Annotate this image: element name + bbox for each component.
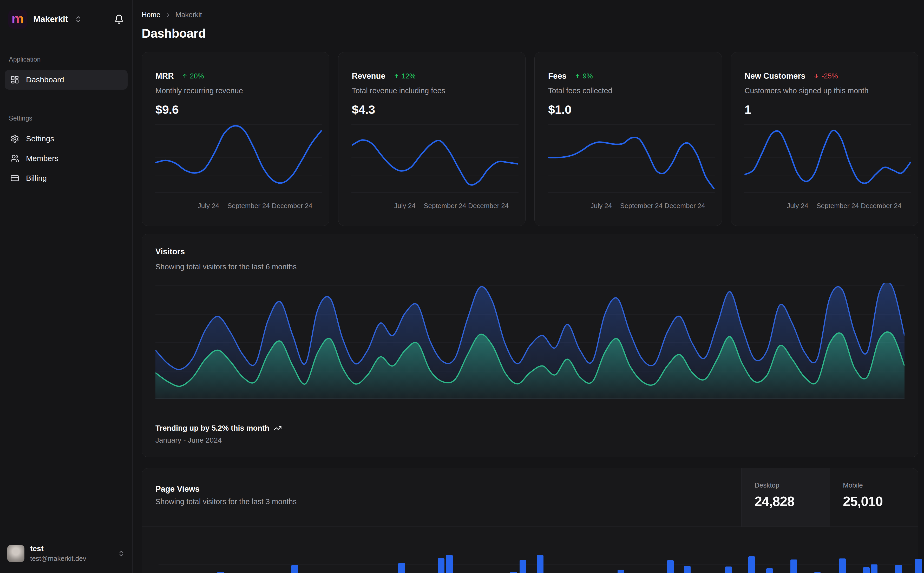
- stat-value: $4.3: [339, 102, 526, 117]
- fees-sparkline-chart: [547, 121, 715, 197]
- arrow-up-icon: [182, 73, 188, 79]
- stat-title: Revenue: [352, 71, 386, 81]
- x-tick: July 24: [590, 202, 612, 210]
- stat-description: Monthly recurring revenue: [142, 86, 329, 95]
- settings-icon: [10, 134, 19, 143]
- visitors-card: Visitors Showing total visitors for the …: [142, 234, 918, 457]
- visitors-footer: Trending up by 5.2% this month January -…: [155, 424, 905, 445]
- x-tick: September 24: [816, 202, 859, 210]
- toggle-desktop[interactable]: Desktop 24,828: [741, 468, 830, 526]
- stat-description: Total revenue including fees: [339, 86, 526, 95]
- stat-title: MRR: [155, 71, 174, 81]
- bar: [537, 555, 543, 573]
- toggle-value: 25,010: [843, 493, 918, 509]
- sparkline-x-axis: July 24 September 24 December 24: [547, 197, 715, 214]
- visitors-area-chart: [155, 283, 905, 399]
- nav-section-settings: Settings: [5, 114, 128, 122]
- toggle-label: Mobile: [843, 481, 918, 489]
- sidebar-item-label: Dashboard: [26, 75, 64, 84]
- makerkit-dashboard: m Makerkit Application Dashboard Setting…: [0, 0, 924, 573]
- sparkline-x-axis: July 24 September 24 December 24: [351, 197, 519, 214]
- sidebar: m Makerkit Application Dashboard Setting…: [0, 0, 133, 573]
- breadcrumb-current[interactable]: Makerkit: [176, 11, 202, 19]
- user-menu[interactable]: test test@makerkit.dev: [5, 545, 128, 563]
- page-views-header: Page Views Showing total visitors for th…: [142, 468, 918, 527]
- trend-badge: 12%: [393, 72, 416, 80]
- bar: [398, 563, 405, 573]
- trending-up-icon: [273, 424, 282, 432]
- stat-value: 1: [731, 102, 918, 117]
- x-tick: December 24: [861, 202, 901, 210]
- toggle-mobile[interactable]: Mobile 25,010: [830, 468, 918, 526]
- bar: [871, 564, 877, 573]
- bar: [667, 560, 674, 573]
- page-views-description: Showing total visitors for the last 3 mo…: [155, 498, 728, 506]
- bar: [895, 565, 902, 573]
- dashboard-icon: [10, 75, 19, 84]
- page-views-bar-chart: [158, 527, 912, 573]
- bar: [510, 572, 517, 573]
- workspace-switcher[interactable]: m Makerkit: [5, 10, 128, 28]
- stat-card-revenue: Revenue 12% Total revenue including fees…: [338, 52, 526, 226]
- billing-icon: [10, 174, 19, 183]
- trend-badge: 9%: [574, 72, 593, 80]
- arrow-up-icon: [393, 73, 400, 79]
- sidebar-item-dashboard[interactable]: Dashboard: [5, 70, 128, 89]
- user-email: test@makerkit.dev: [30, 554, 86, 563]
- x-tick: December 24: [272, 202, 312, 210]
- stat-card-new-customers: New Customers -25% Customers who signed …: [731, 52, 919, 226]
- stat-value: $9.6: [142, 102, 329, 117]
- sidebar-item-label: Settings: [26, 134, 54, 143]
- user-avatar: [7, 545, 24, 562]
- page-views-title: Page Views: [155, 484, 728, 494]
- stat-cards-row: MRR 20% Monthly recurring revenue $9.6 J…: [142, 52, 918, 226]
- stat-description: Total fees collected: [535, 86, 722, 95]
- page-views-card: Page Views Showing total visitors for th…: [142, 468, 918, 573]
- bar: [725, 567, 732, 573]
- bar: [766, 568, 773, 573]
- arrow-up-icon: [574, 73, 580, 79]
- x-tick: September 24: [620, 202, 662, 210]
- sidebar-item-billing[interactable]: Billing: [5, 168, 128, 188]
- bar: [915, 559, 922, 573]
- bar: [519, 560, 526, 573]
- stat-title: Fees: [548, 71, 566, 81]
- x-tick: September 24: [227, 202, 270, 210]
- visitors-description: Showing total visitors for the last 6 mo…: [155, 263, 905, 271]
- stat-card-fees: Fees 9% Total fees collected $1.0 July 2…: [534, 52, 722, 226]
- bar: [748, 556, 755, 573]
- page-title: Dashboard: [142, 26, 918, 41]
- sparkline-x-axis: July 24 September 24 December 24: [155, 197, 322, 214]
- arrow-down-icon: [813, 73, 819, 79]
- mrr-sparkline-chart: [155, 121, 322, 197]
- breadcrumb: Home Makerkit: [142, 11, 918, 19]
- bar: [618, 570, 624, 573]
- visitors-trend-text: Trending up by 5.2% this month: [155, 424, 269, 432]
- bar: [839, 559, 846, 573]
- nav-section-application: Application: [5, 56, 128, 63]
- chevron-right-icon: [165, 12, 171, 19]
- stat-description: Customers who signed up this month: [731, 86, 918, 95]
- main-content: Home Makerkit Dashboard MRR 20% Monthly …: [133, 0, 924, 573]
- bar: [684, 566, 690, 573]
- user-name: test: [30, 545, 86, 553]
- sidebar-item-settings[interactable]: Settings: [5, 129, 128, 149]
- x-tick: September 24: [424, 202, 466, 210]
- bar: [438, 558, 444, 573]
- bar: [291, 565, 298, 573]
- trend-badge: -25%: [813, 72, 838, 80]
- revenue-sparkline-chart: [351, 121, 519, 197]
- sidebar-item-members[interactable]: Members: [5, 149, 128, 168]
- bar: [446, 555, 453, 573]
- stat-title: New Customers: [745, 71, 805, 81]
- breadcrumb-home[interactable]: Home: [142, 11, 160, 19]
- sidebar-item-label: Members: [26, 154, 58, 163]
- toggle-value: 24,828: [755, 493, 830, 509]
- sparkline-x-axis: July 24 September 24 December 24: [744, 197, 911, 214]
- stat-card-mrr: MRR 20% Monthly recurring revenue $9.6 J…: [142, 52, 329, 226]
- bell-icon[interactable]: [114, 14, 124, 24]
- x-tick: December 24: [468, 202, 509, 210]
- chevrons-up-down-icon: [118, 550, 125, 557]
- workspace-name: Makerkit: [33, 14, 68, 24]
- members-icon: [10, 154, 19, 163]
